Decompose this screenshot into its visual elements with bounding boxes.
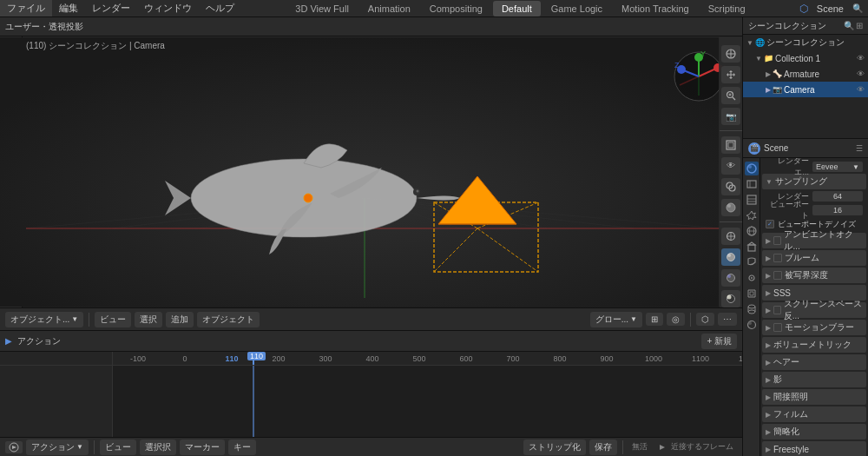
- footer-view-btn[interactable]: ビュー: [100, 439, 136, 455]
- overlay-btn[interactable]: グロー... ▼: [590, 312, 642, 327]
- motionblur-header[interactable]: ▶ モーションブラー: [762, 320, 866, 335]
- freestyle-header[interactable]: ▶ Freestyle: [762, 441, 866, 456]
- tab-3dviewfull[interactable]: 3D View Full: [286, 1, 358, 17]
- dof-header[interactable]: ▶ 被写界深度: [762, 268, 866, 283]
- outliner-camera[interactable]: ▶ 📷 Camera 👁: [743, 82, 868, 97]
- object-mode-btn[interactable]: オブジェクト... ▼: [5, 312, 83, 327]
- tab-animation[interactable]: Animation: [359, 1, 419, 17]
- frame-all-icon[interactable]: [721, 136, 740, 154]
- dof-checkbox[interactable]: [773, 271, 782, 280]
- overlay-icon[interactable]: [721, 178, 740, 195]
- viewport-canvas[interactable]: ↖ ✛ ↺ ⤢ ⊞ ✏ 📏: [0, 36, 742, 307]
- menu-render[interactable]: レンダー: [85, 0, 137, 17]
- outliner-scene-collection[interactable]: ▼ 🌐 シーンコレクション: [743, 35, 868, 50]
- object-menu-btn[interactable]: オブジェクト: [197, 312, 260, 327]
- view-extra-btn[interactable]: ⋯: [718, 313, 737, 326]
- footer-select-btn[interactable]: 選択択: [140, 439, 176, 455]
- action-icon[interactable]: [5, 441, 23, 453]
- view-zoom-icon[interactable]: [721, 87, 740, 104]
- proportional-btn[interactable]: ◎: [667, 313, 685, 326]
- viewport-side-icons: 📷 👁: [720, 36, 742, 307]
- viewport-samples-row: ビューポート 16: [762, 203, 866, 217]
- mark-600: 600: [443, 354, 490, 363]
- footer-save-btn[interactable]: 保存: [589, 439, 617, 455]
- props-options-icon[interactable]: ☰: [856, 144, 863, 153]
- timeline-add-btn[interactable]: + 新規: [701, 334, 737, 349]
- props-data-icon[interactable]: [745, 302, 759, 316]
- sampling-header[interactable]: ▼ サンプリング: [762, 174, 866, 189]
- viewport-value[interactable]: 16: [812, 205, 863, 215]
- viewport-shading-solid[interactable]: [721, 248, 740, 266]
- outliner-filter-icon[interactable]: ⊞: [856, 21, 863, 30]
- volumetric-header[interactable]: ▶ ボリューメトリック: [762, 337, 866, 353]
- props-scene-settings-icon[interactable]: [745, 208, 759, 222]
- outliner-armature[interactable]: ▶ 🦴 Armature 👁: [743, 66, 868, 82]
- film-expand: ▶: [766, 411, 771, 419]
- ssr-header[interactable]: ▶ スクリーンスペース反...: [762, 302, 866, 318]
- renderer-select[interactable]: Eevee ▼: [812, 162, 863, 172]
- footer-follow-btn[interactable]: 近接するフレーム: [654, 441, 737, 453]
- menu-window[interactable]: ウィンドウ: [137, 0, 199, 17]
- outliner-collection1[interactable]: ▼ 📁 Collection 1 👁: [743, 50, 868, 66]
- tab-gamelogic[interactable]: Game Logic: [542, 1, 611, 17]
- shadow-header[interactable]: ▶ 影: [762, 372, 866, 387]
- bloom-checkbox[interactable]: [773, 254, 782, 262]
- ruler-marks[interactable]: -100 0 110 200 300 400 500 600 700 800 9…: [113, 352, 742, 365]
- tab-motiontracking[interactable]: Motion Tracking: [613, 1, 698, 17]
- menu-help[interactable]: ヘルプ: [199, 0, 241, 17]
- props-scene-icon: 🎬: [748, 142, 760, 155]
- motionblur-checkbox[interactable]: [773, 323, 782, 332]
- search-icon[interactable]: 🔍: [852, 3, 863, 13]
- render-mode-icon[interactable]: [721, 199, 740, 216]
- camera-eye-icon[interactable]: 👁: [857, 85, 865, 94]
- view-icons-btn[interactable]: ⬡: [696, 313, 714, 326]
- indirect-label: 間接照明: [773, 391, 808, 403]
- add-menu-btn[interactable]: 追加: [166, 312, 194, 327]
- simplify-header[interactable]: ▶ 簡略化: [762, 424, 866, 439]
- props-physics-icon[interactable]: [745, 271, 759, 285]
- hair-header[interactable]: ▶ ヘアー: [762, 354, 866, 370]
- view-menu-btn[interactable]: ビュー: [95, 312, 131, 327]
- menu-file[interactable]: ファイル: [0, 0, 52, 17]
- tab-compositing[interactable]: Compositing: [421, 1, 491, 17]
- render-value[interactable]: 64: [812, 191, 863, 202]
- footer-marker-btn[interactable]: マーカー: [180, 439, 225, 455]
- view-axis-icon[interactable]: [721, 45, 740, 63]
- props-material-icon[interactable]: [745, 318, 759, 332]
- film-header[interactable]: ▶ フィルム: [762, 406, 866, 422]
- hide-show-icon[interactable]: 👁: [721, 157, 740, 175]
- svg-text:Y: Y: [700, 50, 706, 58]
- props-object-icon[interactable]: [745, 240, 759, 254]
- ambient-header[interactable]: ▶ アンビエントオクル...: [762, 233, 866, 248]
- armature-eye-icon[interactable]: 👁: [857, 69, 865, 78]
- footer-key-btn[interactable]: キー: [228, 439, 256, 455]
- ambient-checkbox[interactable]: [773, 236, 781, 245]
- viewport-shading-wire[interactable]: [721, 228, 740, 245]
- viewport-shading-render[interactable]: [721, 290, 740, 307]
- tab-default[interactable]: Default: [493, 1, 541, 17]
- snap-btn[interactable]: ⊞: [646, 313, 663, 326]
- props-output-icon[interactable]: [745, 177, 759, 191]
- scene-type-icon: ⬡: [799, 3, 808, 15]
- ssr-checkbox[interactable]: [773, 306, 781, 314]
- props-render-icon[interactable]: [745, 162, 759, 175]
- tab-scripting[interactable]: Scripting: [700, 1, 754, 17]
- viewport-shading-material[interactable]: [721, 269, 740, 287]
- view-pan-icon[interactable]: [721, 66, 740, 83]
- props-view-icon[interactable]: [745, 193, 759, 207]
- col1-eye-icon[interactable]: 👁: [857, 54, 865, 63]
- indirect-header[interactable]: ▶ 間接照明: [762, 389, 866, 405]
- outliner-search-icon[interactable]: 🔍: [844, 21, 854, 30]
- denoise-checkbox[interactable]: ✓: [766, 220, 774, 228]
- track-content[interactable]: [113, 366, 742, 437]
- action-label[interactable]: アクション ▼: [26, 439, 89, 455]
- footer-strip-btn[interactable]: ストリップ化: [523, 439, 586, 455]
- select-menu-btn[interactable]: 選択: [135, 312, 162, 327]
- menu-edit[interactable]: 編集: [52, 0, 85, 17]
- props-modifier-icon[interactable]: [745, 255, 759, 269]
- camera-view-icon[interactable]: 📷: [721, 108, 740, 125]
- props-world-icon[interactable]: [745, 224, 759, 238]
- props-constraints-icon[interactable]: [745, 287, 759, 301]
- hair-section: ▶ ヘアー: [762, 354, 866, 370]
- header-right: ⬡ Scene 🔍: [799, 3, 868, 15]
